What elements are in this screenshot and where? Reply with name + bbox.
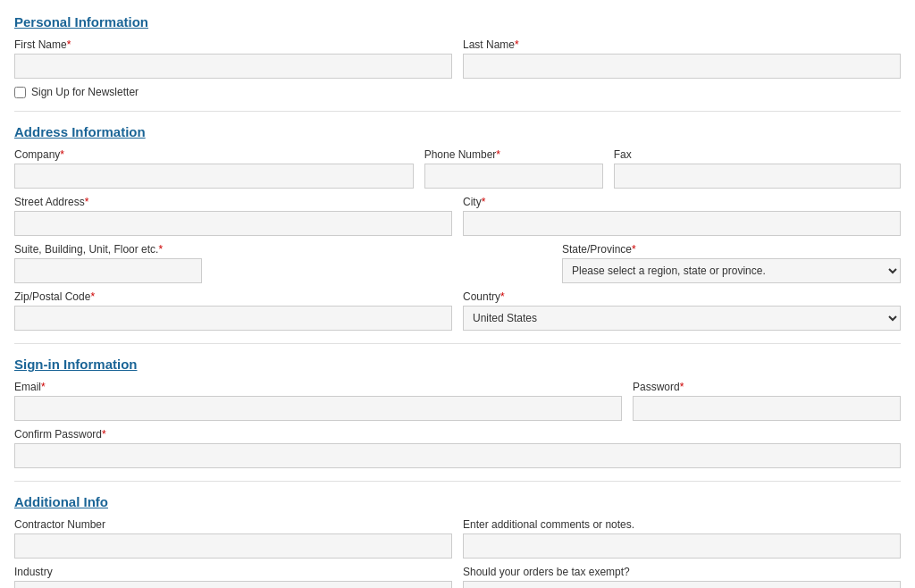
- email-label: Email*: [14, 381, 622, 393]
- first-name-input[interactable]: [14, 54, 452, 79]
- street-input[interactable]: [14, 211, 452, 236]
- city-input[interactable]: [463, 211, 901, 236]
- state-required: *: [632, 243, 636, 256]
- contractor-input[interactable]: [14, 533, 452, 559]
- comments-label: Enter additional comments or notes.: [463, 518, 901, 531]
- fax-label: Fax: [614, 148, 901, 161]
- suite-label: Suite, Building, Unit, Floor etc.*: [14, 243, 202, 256]
- divider-3: [14, 481, 901, 482]
- personal-info-title: Personal Information: [14, 14, 901, 29]
- zip-group: Zip/Postal Code*: [14, 290, 452, 331]
- phone-input[interactable]: [424, 164, 603, 189]
- first-name-group: First Name*: [14, 38, 452, 79]
- city-label: City*: [463, 196, 901, 208]
- contractor-label: Contractor Number: [14, 518, 452, 531]
- contractor-group: Contractor Number: [14, 518, 452, 559]
- password-input[interactable]: [633, 396, 901, 421]
- phone-required: *: [496, 148, 500, 161]
- password-group: Password*: [633, 381, 901, 421]
- comments-input[interactable]: [463, 533, 901, 559]
- street-group: Street Address*: [14, 196, 452, 236]
- country-select[interactable]: United States: [463, 306, 901, 331]
- company-group: Company*: [14, 148, 414, 189]
- country-required: *: [500, 290, 505, 303]
- first-name-label: First Name*: [14, 38, 452, 51]
- confirm-password-group: Confirm Password*: [14, 428, 901, 468]
- zip-label: Zip/Postal Code*: [14, 290, 452, 303]
- phone-label: Phone Number*: [424, 148, 603, 161]
- newsletter-label: Sign Up for Newsletter: [31, 86, 139, 98]
- last-name-input[interactable]: [463, 54, 901, 79]
- confirm-password-input[interactable]: [14, 443, 901, 468]
- company-input[interactable]: [14, 164, 414, 189]
- newsletter-row: Sign Up for Newsletter: [14, 86, 901, 98]
- password-required: *: [680, 381, 684, 393]
- country-group: Country* United States: [463, 290, 901, 331]
- country-label: Country*: [463, 290, 901, 303]
- company-label: Company*: [14, 148, 414, 161]
- state-select[interactable]: Please select a region, state or provinc…: [562, 258, 901, 283]
- city-group: City*: [463, 196, 901, 236]
- divider-1: [14, 111, 901, 112]
- tax-exempt-select[interactable]: No Yes: [463, 581, 901, 588]
- suite-required: *: [158, 243, 163, 256]
- industry-group: Industry Glass and Glazing: [14, 566, 452, 588]
- suite-input[interactable]: [14, 258, 202, 283]
- comments-group: Enter additional comments or notes.: [463, 518, 901, 559]
- signin-info-title: Sign-in Information: [14, 357, 901, 372]
- tax-exempt-label: Should your orders be tax exempt?: [463, 566, 901, 578]
- company-required: *: [60, 148, 64, 161]
- industry-select[interactable]: Glass and Glazing: [14, 581, 452, 588]
- state-group: State/Province* Please select a region, …: [562, 243, 901, 283]
- email-input[interactable]: [14, 396, 622, 421]
- confirm-password-required: *: [102, 428, 106, 441]
- newsletter-checkbox[interactable]: [14, 87, 26, 98]
- phone-group: Phone Number*: [424, 148, 603, 189]
- zip-required: *: [90, 290, 95, 303]
- industry-label: Industry: [14, 566, 452, 578]
- last-name-label: Last Name*: [463, 38, 901, 51]
- state-label: State/Province*: [562, 243, 901, 256]
- password-label: Password*: [633, 381, 901, 393]
- street-required: *: [85, 196, 89, 208]
- fax-input[interactable]: [614, 164, 901, 189]
- last-name-required: *: [515, 38, 519, 51]
- tax-exempt-group: Should your orders be tax exempt? No Yes: [463, 566, 901, 588]
- street-label: Street Address*: [14, 196, 452, 208]
- divider-2: [14, 343, 901, 344]
- last-name-group: Last Name*: [463, 38, 901, 79]
- confirm-password-label: Confirm Password*: [14, 428, 901, 441]
- fax-group: Fax: [614, 148, 901, 189]
- additional-info-title: Additional Info: [14, 494, 901, 509]
- email-required: *: [41, 381, 46, 393]
- city-required: *: [482, 196, 486, 208]
- email-group: Email*: [14, 381, 622, 421]
- first-name-required: *: [67, 38, 71, 51]
- zip-input[interactable]: [14, 306, 452, 331]
- address-info-title: Address Information: [14, 124, 901, 139]
- suite-group: Suite, Building, Unit, Floor etc.*: [14, 243, 202, 283]
